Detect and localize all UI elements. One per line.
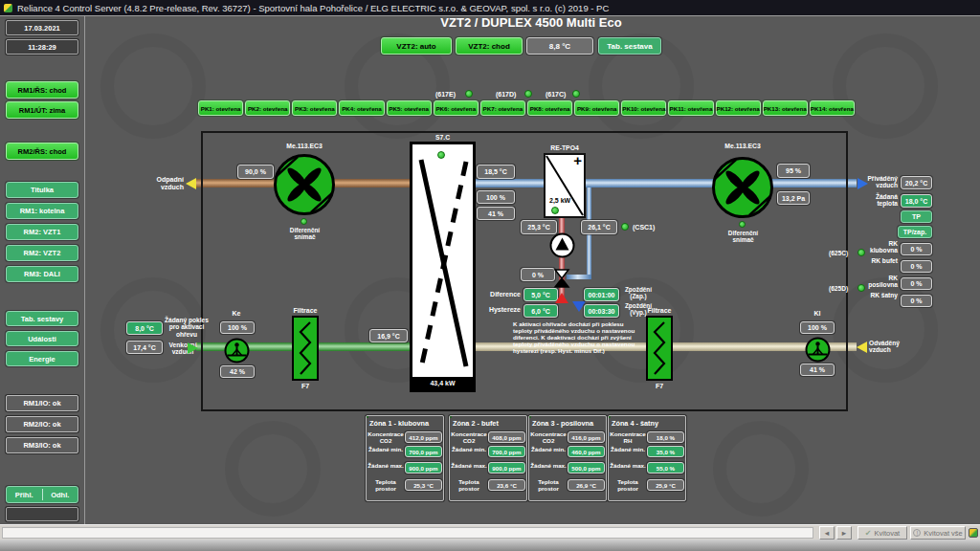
rm1-ut-status-button[interactable]: RM1/ÚT: zima (6, 101, 78, 119)
rk-satny-value: 0 % (901, 295, 932, 307)
rm3-io-button[interactable]: RM3/IO: ok (6, 437, 78, 453)
extract-filter-class: F7 (651, 383, 668, 390)
exchanger-label: S7.C (421, 134, 464, 142)
sidebar-item-titulka[interactable]: Titulka (6, 182, 78, 198)
temp-intake-value: 16,9 °C (369, 329, 408, 342)
sidebar-item-tab-sestavy[interactable]: Tab. sestavy (6, 311, 78, 326)
watermark-logo (100, 33, 206, 139)
pk1-valve-button[interactable]: PK1: otevřena (198, 100, 243, 116)
outdoor-temp-button[interactable]: 8,8 °C (526, 37, 593, 55)
pk10-valve-button[interactable]: PK10: otevřena (621, 100, 666, 116)
pk8-valve-button[interactable]: PK8: otevřena (527, 100, 572, 116)
rk-satny-label: RK šatny (861, 292, 898, 298)
zone-max-setpoint[interactable]: 55,0 % (647, 462, 684, 474)
heating-activation-drop-setpoint[interactable]: 8,0 °C (126, 321, 163, 335)
control-valve-icon (553, 269, 570, 288)
pk5-valve-button[interactable]: PK5: otevřena (387, 100, 432, 116)
intake-filter-class: F7 (297, 383, 314, 390)
page-next-button[interactable]: ► (836, 526, 852, 540)
extract-damper-position-value: 41 % (800, 364, 835, 376)
sidebar-item-rm1-kotelna[interactable]: RM1: kotelna (6, 203, 78, 219)
sidebar-item-rm2-vzt2[interactable]: RM2: VZT2 (6, 245, 78, 261)
tp-button[interactable]: TP (901, 210, 932, 223)
zone-room-temp-value: 23,6 °C (488, 479, 525, 491)
pk6-valve-button[interactable]: PK6: otevřena (434, 100, 479, 116)
exhaust-fan-speed-value: 90,0 % (237, 165, 274, 179)
logout-button[interactable]: Odhl. (43, 491, 78, 499)
zone-min-setpoint[interactable]: 35,0 % (647, 446, 684, 457)
rm2-io-button[interactable]: RM2/IO: ok (6, 416, 78, 432)
zone-min-setpoint[interactable]: 700,0 ppm (405, 446, 442, 457)
vzt2-auto-button[interactable]: VZT2: auto (381, 37, 452, 55)
supply-air-label: Přiváděný vzduch (863, 175, 898, 189)
zone-max-setpoint[interactable]: 900,0 ppm (488, 462, 525, 474)
tab-sestava-button[interactable]: Tab. sestava (598, 37, 661, 55)
setpoint-temp-value[interactable]: 18,0 °C (901, 194, 932, 208)
rm1-io-button[interactable]: RM1/IO: ok (6, 395, 78, 411)
tp-zap-button[interactable]: TP/zap. (898, 226, 932, 238)
setpoint-temp-label: Žádaná teplota (863, 193, 898, 208)
kvitovat-vse-button[interactable]: ! Kvitovat vše (910, 526, 966, 540)
zone-row-label: Koncentrace CO2 (451, 430, 487, 444)
pk9-valve-button[interactable]: PK9: otevřena (574, 100, 619, 116)
zone-row-label: Teplota prostor (368, 478, 404, 492)
sidebar-item-rm3-dali[interactable]: RM3: DALI (6, 266, 78, 282)
zone-min-setpoint[interactable]: 700,0 ppm (488, 446, 525, 457)
pk7-valve-button[interactable]: PK7: otevřena (480, 100, 525, 116)
zone-status-dot (609, 416, 611, 418)
app-icon (4, 4, 12, 12)
pk3-valve-button[interactable]: PK3: otevřena (292, 100, 337, 116)
kvitovat-button[interactable]: ✔ Kvitovat (858, 526, 907, 540)
reliance-tray-icon[interactable] (969, 528, 978, 538)
diference-setpoint[interactable]: 5,0 °C (523, 288, 558, 301)
diference-label: Diference (479, 291, 521, 298)
zone-max-setpoint[interactable]: 900,0 ppm (405, 462, 442, 474)
zone-max-setpoint[interactable]: 500,0 ppm (568, 462, 605, 474)
heater-valve-position-value: 0 % (521, 268, 555, 281)
pk12-valve-button[interactable]: PK12: otevřena (716, 100, 761, 116)
zone-min-setpoint[interactable]: 460,0 ppm (568, 446, 605, 457)
pk4-valve-button[interactable]: PK4: otevřena (339, 100, 384, 116)
hystereze-setpoint[interactable]: 6,0 °C (523, 304, 558, 318)
pump-icon (549, 232, 575, 258)
intake-damper-position-value: 42 % (220, 365, 255, 378)
horizontal-scrollbar[interactable] (2, 527, 813, 539)
intake-filter-label: Filtrace (286, 307, 324, 315)
zone-room-temp-value: 25,9 °C (647, 479, 684, 491)
vzt2-chod-button[interactable]: VZT2: chod (456, 37, 523, 55)
zone-row-label: Koncentrace CO2 (530, 430, 567, 444)
exhaust-fan-sensor-dot (301, 218, 307, 225)
pk11-valve-button[interactable]: PK11: otevřena (668, 100, 713, 116)
rk-posilovna-tag: (625D) (829, 285, 848, 292)
zone-panel-bufet: Zóna 2 - bufet Koncentrace CO2 408,0 ppm… (449, 415, 527, 501)
heating-activation-drop-label: Žádaný pokles pro aktivaci ohřevu (165, 317, 209, 338)
zone-status-dot (367, 416, 368, 418)
rm2-rs-status-button[interactable]: RM2/ŘS: chod (6, 143, 78, 160)
page-prev-button[interactable]: ◄ (819, 526, 835, 540)
zone-title: Zóna 4 - šatny (612, 419, 658, 428)
sidebar-item-udalosti[interactable]: Události (6, 331, 78, 346)
sidebar-item-rm2-vzt1[interactable]: RM2: VZT1 (6, 224, 78, 240)
heater-return-temp-value: 26,1 °C (581, 220, 617, 234)
supply-fan-sensor-label: Diferenční snímač (722, 230, 765, 243)
kvitovat-vse-label: Kvitovat vše (924, 529, 962, 538)
zone-panel-klubovna: Zóna 1 - klubovna Koncentrace CO2 412,0 … (366, 415, 444, 501)
extract-filter-label: Filtrace (640, 307, 679, 315)
login-button[interactable]: Přihl. (7, 491, 42, 499)
rm1-rs-status-button[interactable]: RM1/ŘS: chod (6, 81, 78, 99)
pk13-valve-button[interactable]: PK13: otevřena (763, 100, 808, 116)
heater-note-text: K aktivaci ohřívače dochází při poklesu … (513, 321, 641, 355)
watermark-logo (833, 33, 938, 139)
zone-row-label: Teplota prostor (530, 478, 567, 492)
pk2-valve-button[interactable]: PK2: otevřena (245, 100, 290, 116)
zone-row-label: Žádané min. (610, 446, 646, 452)
zone-rh-value: 18,0 % (647, 431, 684, 443)
extract-damper-label: Kl (811, 310, 824, 318)
extract-filter-icon (646, 316, 673, 381)
delay-off-setpoint[interactable]: 00:03:30 (584, 304, 619, 318)
zone-row-label: Teplota prostor (610, 478, 646, 492)
page-title: VZT2 / DUPLEX 4500 Multi Eco (316, 16, 746, 31)
pk14-valve-button[interactable]: PK14: otevřena (810, 100, 855, 116)
sidebar-item-energie[interactable]: Energie (6, 351, 78, 366)
delay-on-setpoint[interactable]: 00:01:00 (584, 288, 619, 301)
